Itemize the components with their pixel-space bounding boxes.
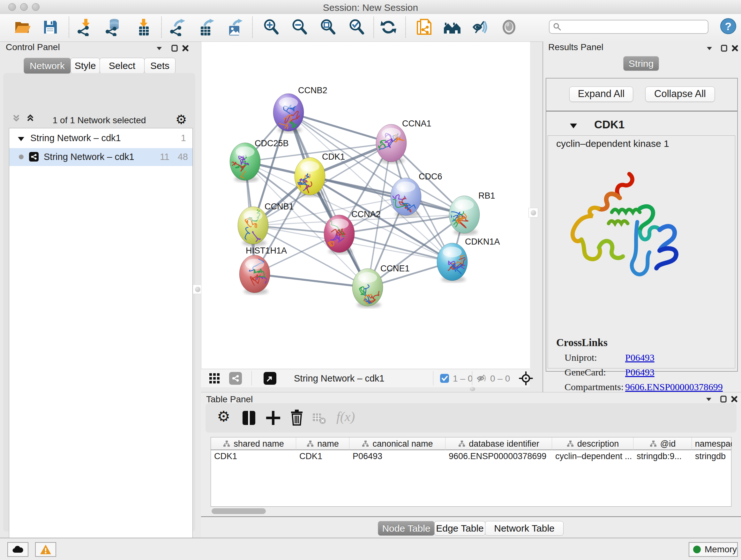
detach-view-icon[interactable] xyxy=(264,372,276,385)
network-node-CDC6[interactable]: CDC6 xyxy=(382,172,442,217)
control-panel-menu-icon[interactable] xyxy=(154,44,164,53)
import-table-icon[interactable] xyxy=(135,18,152,36)
table-function-icon[interactable]: f(x) xyxy=(336,409,355,424)
network-tab-panel: 1 of 1 Network selected ⚙ String Network… xyxy=(3,73,195,532)
memory-button[interactable]: Memory xyxy=(689,542,738,557)
column-header-name[interactable]: name xyxy=(296,437,349,450)
bottom-splitter-handle[interactable] xyxy=(470,387,475,391)
tab-select[interactable]: Select xyxy=(99,58,145,74)
network-node-RB1[interactable]: RB1 xyxy=(449,191,495,235)
export-table-icon[interactable] xyxy=(197,18,215,36)
gene-description: cyclin–dependent kinase 1 xyxy=(556,138,669,149)
network-node-CDC25B[interactable]: CDC25B xyxy=(229,138,289,192)
results-panel-close-icon[interactable] xyxy=(730,44,740,53)
network-options-gear-icon[interactable]: ⚙ xyxy=(176,112,187,127)
zoom-in-icon[interactable] xyxy=(262,18,280,36)
crosslinks-heading: CrossLinks xyxy=(556,337,608,349)
cell-id: stringdb:9... xyxy=(633,451,692,462)
string-document-icon[interactable] xyxy=(415,18,433,36)
network-node-HIST1H1A[interactable]: HIST1H1A xyxy=(239,246,287,295)
results-panel-title: Results Panel xyxy=(548,42,603,52)
network-edge[interactable] xyxy=(288,112,367,287)
node-label-RB1: RB1 xyxy=(478,191,495,200)
network-graph[interactable]: CCNB2CCNA1CDC25BCDK1CDC6RB1CCNB1CCNA2CDK… xyxy=(201,42,530,369)
search-box[interactable] xyxy=(549,20,709,34)
refresh-icon[interactable] xyxy=(380,18,397,36)
network-node-CCNA1[interactable]: CCNA1 xyxy=(376,119,431,164)
network-edge[interactable] xyxy=(288,112,391,143)
network-node-CDKN1A[interactable]: CDKN1A xyxy=(437,237,500,283)
node-label-CDC25B: CDC25B xyxy=(255,138,289,148)
tree-expand-icon[interactable] xyxy=(17,135,25,143)
tab-style[interactable]: Style xyxy=(71,58,100,74)
results-panel-float-icon[interactable] xyxy=(719,44,729,53)
column-header-canonical-name[interactable]: canonical name xyxy=(349,437,446,450)
help-icon[interactable]: ? xyxy=(720,18,737,36)
table-panel-menu-icon[interactable] xyxy=(704,394,714,404)
tab-network-table[interactable]: Network Table xyxy=(485,521,563,536)
birds-eye-icon[interactable] xyxy=(519,371,533,385)
table-columns-icon[interactable] xyxy=(241,410,257,426)
results-panel-menu-icon[interactable] xyxy=(704,44,714,53)
import-database-icon[interactable] xyxy=(104,18,122,36)
column-header-database-identifier[interactable]: database identifier xyxy=(446,437,552,450)
table-delete-icon[interactable] xyxy=(288,409,305,426)
network-view-toolbar: String Network – cdk1 1 – 0 0 – 0 xyxy=(201,369,530,387)
network-row-label: String Network – cdk1 xyxy=(44,152,134,162)
table-panel-close-icon[interactable] xyxy=(730,394,739,404)
tab-string-results[interactable]: String xyxy=(623,56,659,71)
selected-checkbox-icon[interactable] xyxy=(440,374,449,383)
column-header-namespace[interactable]: namespace xyxy=(692,437,732,450)
network-collection-row[interactable]: String Network – cdk1 1 xyxy=(9,128,192,148)
table-panel-float-icon[interactable] xyxy=(719,394,728,404)
network-canvas[interactable]: CCNB2CCNA1CDC25BCDK1CDC6RB1CCNB1CCNA2CDK… xyxy=(201,42,530,369)
hidden-eye-icon[interactable] xyxy=(476,374,488,383)
import-network-icon[interactable] xyxy=(76,18,94,36)
cloud-status-button[interactable] xyxy=(7,542,28,557)
table-delete-column-icon[interactable] xyxy=(312,412,327,426)
table-add-icon[interactable] xyxy=(265,410,281,426)
expand-all-button[interactable]: Expand All xyxy=(569,86,633,102)
control-panel-close-icon[interactable] xyxy=(181,44,190,53)
export-image-icon[interactable] xyxy=(225,18,243,36)
home-networks-icon[interactable] xyxy=(443,18,461,36)
zoom-selected-icon[interactable] xyxy=(347,18,365,36)
column-header-description[interactable]: description xyxy=(552,437,633,450)
zoom-fit-icon[interactable] xyxy=(319,18,337,36)
crosslink-compartments-link[interactable]: 9606.ENSP00000378699 xyxy=(625,381,723,392)
save-session-icon[interactable] xyxy=(42,18,59,36)
toolbar-separator xyxy=(69,17,69,38)
warning-status-button[interactable] xyxy=(35,542,56,557)
network-node-CCNE1[interactable]: CCNE1 xyxy=(352,264,410,308)
table-gear-icon[interactable]: ⚙ xyxy=(217,408,230,425)
network-node-CCNB2[interactable]: CCNB2 xyxy=(273,85,327,133)
grid-view-icon[interactable] xyxy=(209,373,220,384)
export-network-icon[interactable] xyxy=(169,18,186,36)
tab-edge-table[interactable]: Edge Table xyxy=(434,521,485,536)
column-header-shared-name[interactable]: shared name xyxy=(211,437,296,450)
crosslink-label: GeneCard: xyxy=(564,367,606,378)
control-panel-float-icon[interactable] xyxy=(170,44,179,53)
crosslink-uniprot-link[interactable]: P06493 xyxy=(625,352,655,363)
crosslink-genecard-link[interactable]: P06493 xyxy=(625,367,655,378)
memory-label: Memory xyxy=(704,544,737,555)
gene-collapse-icon[interactable] xyxy=(569,122,578,130)
search-input[interactable] xyxy=(562,22,700,32)
right-splitter-handle[interactable] xyxy=(529,208,538,217)
collapse-all-button[interactable]: Collapse All xyxy=(645,86,715,102)
zoom-out-icon[interactable] xyxy=(290,18,308,36)
network-node-CDK1[interactable]: CDK1 xyxy=(294,152,345,209)
tab-network[interactable]: Network xyxy=(23,58,71,74)
hide-panels-icon[interactable] xyxy=(471,18,489,36)
column-header-id[interactable]: @id xyxy=(633,437,692,450)
network-row[interactable]: String Network – cdk1 11 48 xyxy=(9,148,192,166)
tab-node-table[interactable]: Node Table xyxy=(378,521,434,536)
network-edge[interactable] xyxy=(255,274,367,287)
horizontal-scrollbar-thumb[interactable] xyxy=(212,508,266,514)
tab-sets[interactable]: Sets xyxy=(144,58,176,74)
network-edge[interactable] xyxy=(310,176,464,214)
control-panel-title: Control Panel xyxy=(6,42,60,52)
share-view-icon[interactable] xyxy=(229,372,242,385)
show-panels-icon[interactable] xyxy=(500,18,518,36)
open-folder-icon[interactable] xyxy=(13,18,31,36)
